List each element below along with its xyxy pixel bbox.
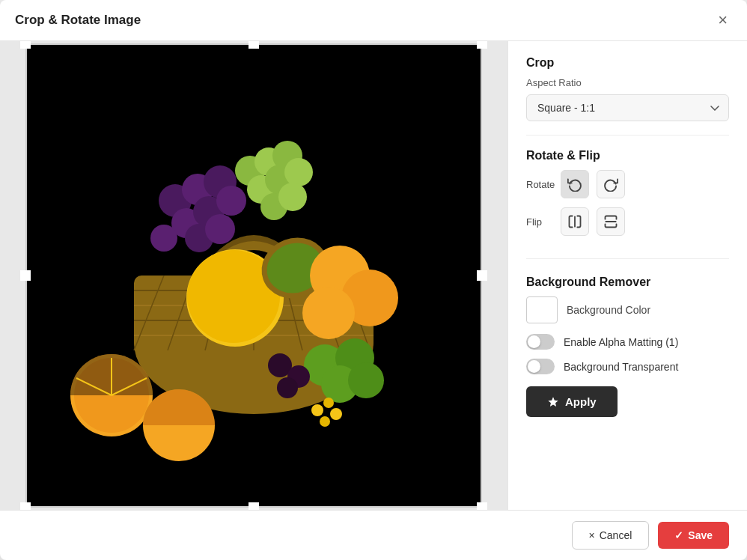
- svg-point-50: [277, 377, 298, 398]
- cancel-button[interactable]: × Cancel: [572, 521, 650, 550]
- bg-color-label: Background Color: [567, 304, 650, 316]
- cancel-label: Cancel: [600, 529, 632, 541]
- apply-button[interactable]: Apply: [526, 386, 618, 417]
- modal-footer: × Cancel ✓ Save: [0, 510, 747, 560]
- apply-icon: [547, 396, 559, 408]
- bg-transparent-row: Background Transparent: [526, 359, 729, 374]
- svg-point-30: [278, 183, 307, 211]
- aspect-ratio-select[interactable]: Square - 1:1 16:9 4:3 3:2 Free: [526, 94, 729, 121]
- save-label: Save: [688, 529, 713, 541]
- controls-panel: Crop Aspect Ratio Square - 1:1 16:9 4:3 …: [507, 41, 747, 510]
- toggle-knob: [528, 335, 540, 348]
- save-icon: ✓: [674, 529, 683, 541]
- flip-vertical-button[interactable]: [597, 207, 625, 236]
- enable-alpha-label: Enable Alpha Matting (1): [564, 336, 678, 348]
- flip-row: Flip: [526, 207, 729, 236]
- bg-transparent-label: Background Transparent: [564, 361, 678, 373]
- svg-point-28: [284, 158, 313, 186]
- svg-point-22: [150, 225, 177, 252]
- enable-alpha-toggle[interactable]: [526, 334, 555, 350]
- flip-horizontal-button[interactable]: [561, 207, 589, 236]
- fruit-image: [25, 43, 482, 508]
- rotate-flip-section: Rotate & Flip Rotate: [526, 149, 729, 245]
- svg-point-52: [323, 398, 334, 408]
- svg-point-37: [302, 287, 355, 339]
- bg-transparent-toggle[interactable]: [526, 359, 555, 374]
- close-button[interactable]: ×: [713, 10, 732, 30]
- cancel-icon: ×: [589, 529, 595, 541]
- toggle-knob-2: [528, 360, 540, 373]
- crop-section-title: Crop: [526, 56, 729, 70]
- rotate-left-button[interactable]: [561, 170, 589, 198]
- aspect-ratio-label: Aspect Ratio: [526, 77, 729, 88]
- bg-remover-title: Background Remover: [526, 276, 729, 289]
- bg-color-row: Background Color: [526, 296, 729, 323]
- enable-alpha-row: Enable Alpha Matting (1): [526, 334, 729, 350]
- svg-point-21: [205, 214, 235, 244]
- rotate-flip-title: Rotate & Flip: [526, 149, 729, 162]
- divider-2: [526, 258, 729, 259]
- save-button[interactable]: ✓ Save: [658, 522, 729, 549]
- bg-remover-section: Background Remover Background Color Enab…: [526, 276, 729, 417]
- svg-point-41: [348, 362, 384, 398]
- image-panel: [0, 41, 507, 510]
- crop-container[interactable]: [25, 43, 482, 508]
- svg-point-51: [311, 404, 323, 416]
- rotate-label: Rotate: [526, 179, 553, 190]
- apply-label: Apply: [565, 395, 597, 408]
- flip-label: Flip: [526, 216, 553, 228]
- modal-header: Crop & Rotate Image ×: [0, 0, 747, 41]
- svg-point-54: [320, 416, 330, 427]
- modal-body: Crop Aspect Ratio Square - 1:1 16:9 4:3 …: [0, 41, 747, 510]
- rotate-row: Rotate: [526, 170, 729, 198]
- crop-rotate-modal: Crop & Rotate Image ×: [0, 0, 747, 560]
- divider-1: [526, 135, 729, 136]
- crop-section: Crop Aspect Ratio Square - 1:1 16:9 4:3 …: [526, 56, 729, 121]
- rotate-right-button[interactable]: [597, 170, 625, 198]
- bg-color-swatch[interactable]: [526, 296, 558, 323]
- modal-title: Crop & Rotate Image: [15, 13, 141, 28]
- svg-point-19: [216, 186, 246, 216]
- svg-point-53: [330, 408, 342, 420]
